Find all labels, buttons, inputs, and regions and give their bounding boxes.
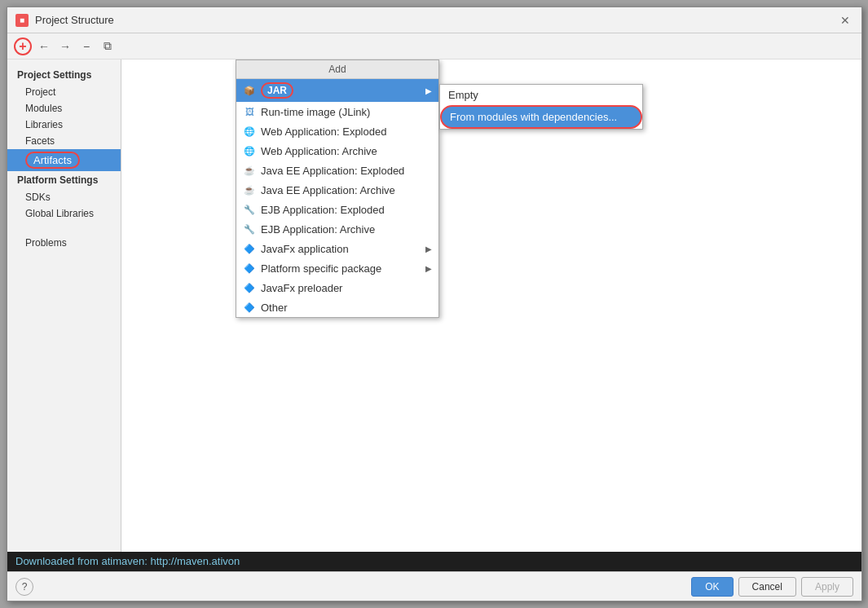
- ejb-exploded-icon: 🔧: [243, 203, 256, 216]
- sidebar-item-modules[interactable]: Modules: [7, 100, 121, 117]
- bottom-bar: ? OK Cancel Apply: [7, 571, 861, 601]
- menu-item-ejb-exploded[interactable]: 🔧 EJB Application: Exploded: [236, 200, 438, 219]
- add-button[interactable]: +: [14, 37, 32, 55]
- project-settings-label: Project Settings: [7, 66, 121, 84]
- app-icon: ■: [15, 14, 29, 27]
- javafx-app-icon: 🔷: [243, 242, 256, 255]
- copy-button[interactable]: ⧉: [99, 37, 117, 55]
- ejb-archive-label: EJB Application: Archive: [261, 223, 375, 236]
- main-content: Project Settings Project Modules Librari…: [7, 59, 861, 552]
- javafx-app-label: JavaFx application: [261, 243, 349, 255]
- platform-pkg-icon: 🔷: [243, 262, 256, 275]
- platform-settings-label: Platform Settings: [7, 171, 121, 189]
- runtime-label: Run-time image (JLink): [261, 106, 370, 118]
- menu-item-java-ee-exploded[interactable]: ☕ Java EE Application: Exploded: [236, 161, 438, 180]
- menu-item-web-exploded[interactable]: 🌐 Web Application: Exploded: [236, 121, 438, 141]
- main-window: ■ Project Structure ✕ + ← → − ⧉ Project …: [7, 7, 862, 601]
- toolbar: + ← → − ⧉: [7, 33, 861, 59]
- sidebar-item-libraries[interactable]: Libraries: [7, 117, 121, 133]
- sidebar-item-problems[interactable]: Problems: [7, 235, 121, 251]
- jar-submenu: Empty From modules with dependencies...: [439, 84, 643, 130]
- jar-label: JAR: [261, 82, 293, 99]
- jar-arrow: ▶: [425, 86, 432, 95]
- content-area: Add 📦 JAR ▶ 🖼 Run-time image (JLink) 🌐 W…: [121, 59, 861, 552]
- submenu-empty[interactable]: Empty: [440, 85, 642, 105]
- javafx-arrow: ▶: [425, 245, 432, 253]
- other-label: Other: [261, 302, 288, 314]
- add-dropdown: Add 📦 JAR ▶ 🖼 Run-time image (JLink) 🌐 W…: [236, 59, 439, 318]
- other-icon: 🔷: [243, 301, 256, 314]
- web-exploded-icon: 🌐: [243, 125, 256, 138]
- java-ee-archive-label: Java EE Application: Archive: [261, 184, 395, 196]
- sidebar-item-facets[interactable]: Facets: [7, 133, 121, 149]
- back-button[interactable]: ←: [35, 37, 53, 55]
- web-archive-icon: 🌐: [243, 144, 256, 157]
- ejb-archive-icon: 🔧: [243, 222, 256, 236]
- menu-item-other[interactable]: 🔷 Other: [236, 297, 438, 317]
- menu-item-jar[interactable]: 📦 JAR ▶: [236, 79, 438, 102]
- menu-item-ejb-archive[interactable]: 🔧 EJB Application: Archive: [236, 219, 438, 239]
- artifacts-highlight: Artifacts: [25, 152, 80, 169]
- remove-button[interactable]: −: [77, 37, 95, 55]
- window-title: Project Structure: [35, 14, 114, 26]
- runtime-icon: 🖼: [243, 105, 256, 118]
- console-bar: Downloaded from atimaven: http://maven.a…: [7, 552, 861, 571]
- web-archive-label: Web Application: Archive: [261, 145, 377, 157]
- sidebar-item-global-libraries[interactable]: Global Libraries: [7, 205, 121, 222]
- close-button[interactable]: ✕: [837, 12, 853, 29]
- menu-item-javafx-app[interactable]: 🔷 JavaFx application ▶: [236, 239, 438, 258]
- sidebar-item-sdks[interactable]: SDKs: [7, 189, 121, 205]
- title-bar: ■ Project Structure ✕: [7, 7, 861, 33]
- menu-item-javafx-preloader[interactable]: 🔷 JavaFx preloader: [236, 278, 438, 297]
- java-ee-archive-icon: ☕: [243, 183, 256, 196]
- platform-arrow: ▶: [425, 264, 432, 273]
- sidebar: Project Settings Project Modules Librari…: [7, 59, 121, 552]
- sidebar-item-artifacts[interactable]: Artifacts: [7, 149, 121, 171]
- from-modules-label: From modules with dependencies...: [450, 111, 617, 123]
- sidebar-item-project[interactable]: Project: [7, 84, 121, 100]
- ok-button[interactable]: OK: [691, 577, 733, 597]
- javafx-preloader-icon: 🔷: [243, 281, 256, 294]
- add-menu-header: Add: [236, 60, 438, 79]
- help-button[interactable]: ?: [15, 578, 33, 596]
- console-text: Downloaded from atimaven: http://maven.a…: [15, 555, 240, 567]
- bottom-actions: OK Cancel Apply: [691, 577, 853, 597]
- java-ee-exploded-icon: ☕: [243, 164, 256, 177]
- forward-button[interactable]: →: [56, 37, 74, 55]
- javafx-preloader-label: JavaFx preloader: [261, 282, 342, 294]
- jar-icon: 📦: [243, 84, 256, 97]
- menu-item-platform-pkg[interactable]: 🔷 Platform specific package ▶: [236, 258, 438, 278]
- menu-item-runtime-image[interactable]: 🖼 Run-time image (JLink): [236, 102, 438, 121]
- submenu-from-modules[interactable]: From modules with dependencies...: [440, 105, 642, 129]
- ejb-exploded-label: EJB Application: Exploded: [261, 204, 385, 216]
- web-exploded-label: Web Application: Exploded: [261, 126, 386, 138]
- apply-button[interactable]: Apply: [801, 577, 853, 597]
- cancel-button[interactable]: Cancel: [738, 577, 796, 597]
- java-ee-exploded-label: Java EE Application: Exploded: [261, 165, 404, 177]
- menu-item-web-archive[interactable]: 🌐 Web Application: Archive: [236, 141, 438, 161]
- platform-pkg-label: Platform specific package: [261, 262, 381, 275]
- menu-item-java-ee-archive[interactable]: ☕ Java EE Application: Archive: [236, 180, 438, 200]
- empty-label: Empty: [448, 89, 478, 101]
